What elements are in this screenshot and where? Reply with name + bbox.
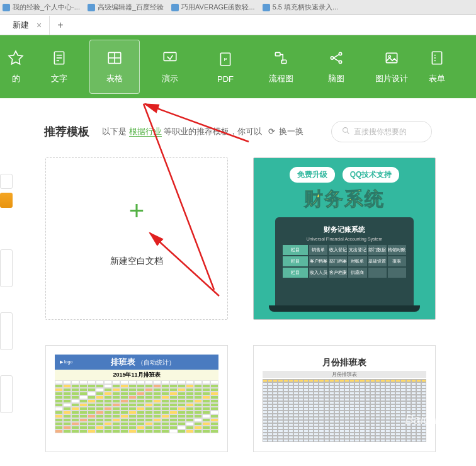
nav-item-pdf[interactable]: P PDF xyxy=(198,42,253,93)
finance-tag-2: QQ技术支持 xyxy=(343,167,400,183)
new-doc-label: 新建空白文档 xyxy=(110,256,163,267)
nav-item-spreadsheet[interactable]: 表格 xyxy=(89,40,140,94)
browser-tab-label: 高级编辑器_百度经验 xyxy=(98,3,164,12)
schedule-title-bar: ▶ logo 排班表 （自动统计） xyxy=(55,355,218,370)
finance-template-card[interactable]: 免费升级 QQ技术支持 财务系统 财务记账系统 Universal Financ… xyxy=(253,157,436,320)
laptop-header: 财务记账系统 xyxy=(283,222,406,237)
finance-tag-1: 免费升级 xyxy=(290,167,335,183)
svg-line-24 xyxy=(347,132,349,134)
tab-favicon xyxy=(3,4,10,11)
schedule-template-2[interactable]: 月份排班表 月份排班表 xyxy=(253,345,436,452)
nav-label: 表格 xyxy=(106,73,123,84)
flowchart-icon xyxy=(272,49,290,67)
schedule-title: 排班表 xyxy=(111,357,135,367)
browser-tab[interactable]: 我的经验_个人中心-... xyxy=(3,3,80,12)
star-icon xyxy=(7,49,25,67)
nav-item-presentation[interactable]: 演示 xyxy=(142,40,198,93)
nav-label: 文字 xyxy=(51,73,67,84)
refresh-icon: ⟳ xyxy=(268,127,275,136)
svg-point-23 xyxy=(343,128,348,133)
svg-rect-17 xyxy=(386,53,397,62)
content-area: 推荐模板 以下是 根据行业 等职业的推荐模板，你可以 ⟳ 换一换 + 新建空白文… xyxy=(0,98,476,452)
nav-label: 表单 xyxy=(429,73,445,84)
nav-item-image-design[interactable]: 图片设计 xyxy=(364,40,419,93)
header-row: 推荐模板 以下是 根据行业 等职业的推荐模板，你可以 ⟳ 换一换 xyxy=(0,121,476,157)
side-button-5[interactable] xyxy=(0,375,13,413)
subtitle: 以下是 根据行业 等职业的推荐模板，你可以 xyxy=(102,126,262,137)
browser-tab[interactable]: 5.5 填充柄快速录入... xyxy=(263,3,339,12)
search-box[interactable] xyxy=(331,121,432,142)
search-icon xyxy=(342,126,350,137)
plus-icon: + xyxy=(129,196,145,226)
nav-item-mine[interactable]: 的 xyxy=(0,40,31,93)
subtitle-highlight-link[interactable]: 根据行业 xyxy=(129,127,162,137)
browser-tab[interactable]: 高级编辑器_百度经验 xyxy=(88,3,164,12)
nav-item-text[interactable]: 文字 xyxy=(31,40,87,93)
subtitle-prefix: 以下是 xyxy=(102,127,127,136)
refresh-button[interactable]: ⟳ 换一换 xyxy=(268,126,303,137)
presentation-icon xyxy=(161,49,179,67)
browser-tab[interactable]: 巧用AVERAGE函数轻... xyxy=(171,3,255,12)
nav-label: 演示 xyxy=(162,73,178,84)
schedule2-grid xyxy=(263,379,426,442)
schedule-preview-2: 月份排班表 月份排班表 xyxy=(263,355,426,443)
side-button-3[interactable] xyxy=(0,249,13,287)
nav-label: 图片设计 xyxy=(375,73,408,84)
search-input[interactable] xyxy=(354,127,423,136)
app-tab-new-doc[interactable]: 新建 × xyxy=(5,16,50,35)
nav-item-form[interactable]: 表单 xyxy=(419,40,455,93)
refresh-label: 换一换 xyxy=(279,127,303,136)
side-button-1[interactable] xyxy=(0,174,13,189)
nav-item-mindmap[interactable]: 脑图 xyxy=(309,40,364,93)
svg-text:P: P xyxy=(224,57,227,62)
svg-point-12 xyxy=(331,57,333,59)
tab-favicon xyxy=(88,4,95,11)
laptop-base xyxy=(269,305,420,312)
tab-favicon xyxy=(171,4,179,11)
nav-label: PDF xyxy=(217,74,234,84)
schedule-grid xyxy=(55,380,218,433)
schedule2-sub: 月份排班表 xyxy=(263,371,426,378)
new-tab-button[interactable]: + xyxy=(50,16,71,35)
svg-rect-10 xyxy=(275,52,280,55)
schedule-template-1[interactable]: ▶ logo 排班表 （自动统计） 2015年11月排班表 xyxy=(45,345,228,452)
sidebar-controls xyxy=(0,174,13,438)
laptop-sub: Universal Financial Accounting System xyxy=(283,237,406,241)
image-icon xyxy=(383,49,400,67)
svg-rect-19 xyxy=(432,52,441,64)
app-tab-bar: 新建 × + xyxy=(0,15,476,35)
laptop-preview: 财务记账系统 Universal Financial Accounting Sy… xyxy=(275,217,414,305)
nav-label: 脑图 xyxy=(328,73,344,84)
templates-row-1: + 新建空白文档 免费升级 QQ技术支持 财务系统 财务记账系统 Univers… xyxy=(0,157,476,320)
nav-item-flowchart[interactable]: 流程图 xyxy=(253,40,309,93)
nav-label: 流程图 xyxy=(269,73,293,84)
pdf-icon: P xyxy=(217,50,234,68)
svg-line-15 xyxy=(334,55,339,58)
tab-favicon xyxy=(263,4,270,11)
browser-tab-label: 5.5 填充柄快速录入... xyxy=(273,3,339,12)
finance-title: 财务系统 xyxy=(304,186,385,212)
form-icon xyxy=(428,49,446,67)
table-icon xyxy=(106,49,123,67)
side-button-2[interactable] xyxy=(0,193,13,208)
subtitle-suffix: 等职业的推荐模板，你可以 xyxy=(164,127,262,136)
watermark: Baidu 经验 xyxy=(405,411,466,428)
schedule-date-header: 2015年11月排班表 xyxy=(55,370,218,380)
svg-line-16 xyxy=(334,58,339,61)
browser-tab-label: 我的经验_个人中心-... xyxy=(13,3,80,12)
svg-point-13 xyxy=(339,52,341,55)
schedule-preview: ▶ logo 排班表 （自动统计） 2015年11月排班表 xyxy=(55,355,218,443)
laptop-grid: 栏目销售单收入登记支出登记部门数据核销对账栏目客户档案部门档案对账单基础设置报表… xyxy=(283,245,406,278)
browser-tab-label: 巧用AVERAGE函数轻... xyxy=(181,3,255,12)
close-icon[interactable]: × xyxy=(37,20,42,30)
app-tab-label: 新建 xyxy=(13,20,29,31)
side-button-4[interactable] xyxy=(0,312,13,350)
schedule2-title: 月份排班表 xyxy=(263,355,426,371)
browser-tab-bar: 我的经验_个人中心-... 高级编辑器_百度经验 巧用AVERAGE函数轻...… xyxy=(0,0,476,15)
schedule-subtitle: （自动统计） xyxy=(137,359,175,366)
svg-point-14 xyxy=(339,60,341,63)
nav-label: 的 xyxy=(12,73,20,84)
new-blank-doc-card[interactable]: + 新建空白文档 xyxy=(45,157,228,320)
finance-tags: 免费升级 QQ技术支持 xyxy=(290,167,400,183)
doc-icon xyxy=(50,49,68,67)
